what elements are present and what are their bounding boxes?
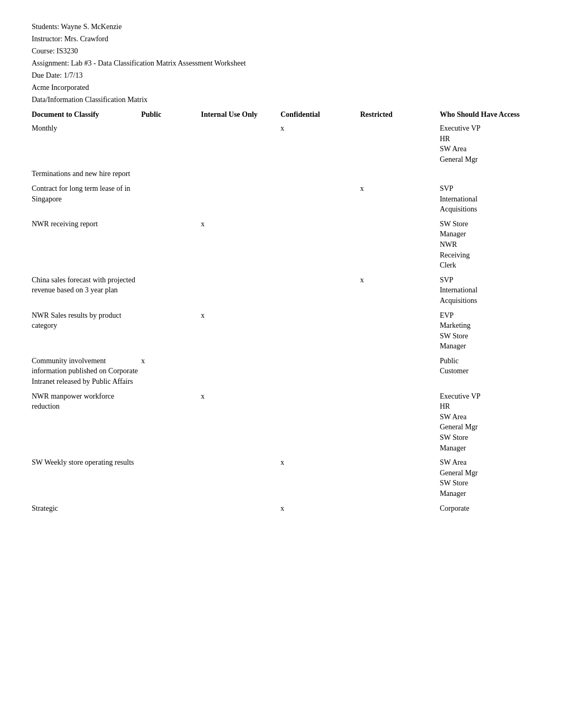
cell-public	[141, 167, 201, 181]
table-row: NWR manpower workforce reductionxExecuti…	[32, 389, 529, 456]
instructor-label: Instructor: Mrs. Crawford	[32, 33, 529, 44]
cell-public	[141, 455, 201, 501]
cell-internal	[201, 273, 280, 308]
cell-doc: SW Weekly store operating results	[32, 455, 141, 501]
classification-matrix: Document to Classify Public Internal Use…	[32, 108, 529, 515]
table-row: Terminations and new hire report	[32, 167, 529, 181]
cell-doc: Community involvement information publis…	[32, 354, 141, 389]
cell-doc: Terminations and new hire report	[32, 167, 141, 181]
cell-internal	[201, 167, 280, 181]
table-row: NWR receiving reportxSW StoreManagerNWRR…	[32, 217, 529, 273]
col-header-restricted: Restricted	[360, 108, 440, 121]
col-header-internal: Internal Use Only	[201, 108, 280, 121]
table-row: Community involvement information publis…	[32, 354, 529, 389]
cell-who: Executive VPHRSW AreaGeneral MgrSW Store…	[440, 389, 529, 456]
cell-internal	[201, 455, 280, 501]
cell-confidential	[280, 167, 360, 181]
table-row: MonthlyxExecutive VPHRSW AreaGeneral Mgr	[32, 121, 529, 167]
cell-doc: Contract for long term lease of in Singa…	[32, 181, 141, 217]
cell-internal	[201, 121, 280, 167]
cell-who: EVPMarketingSW StoreManager	[440, 308, 529, 354]
col-header-confidential: Confidential	[280, 108, 360, 121]
cell-restricted	[360, 455, 440, 501]
cell-public	[141, 217, 201, 273]
cell-public	[141, 273, 201, 308]
table-row: SW Weekly store operating resultsxSW Are…	[32, 455, 529, 501]
cell-confidential	[280, 389, 360, 456]
cell-internal	[201, 181, 280, 217]
cell-public	[141, 181, 201, 217]
cell-restricted	[360, 167, 440, 181]
cell-confidential: x	[280, 455, 360, 501]
cell-internal: x	[201, 389, 280, 456]
assignment-label: Assignment: Lab #3 - Data Classification…	[32, 58, 529, 69]
company-label: Acme Incorporated	[32, 82, 529, 93]
cell-confidential: x	[280, 121, 360, 167]
table-row: China sales forecast with projected reve…	[32, 273, 529, 308]
cell-confidential	[280, 308, 360, 354]
cell-doc: NWR Sales results by product category	[32, 308, 141, 354]
table-row: Contract for long term lease of in Singa…	[32, 181, 529, 217]
cell-who: SVPInternationalAcquisitions	[440, 181, 529, 217]
table-row: NWR Sales results by product categoryxEV…	[32, 308, 529, 354]
cell-doc: Strategic	[32, 501, 141, 516]
table-header-row: Document to Classify Public Internal Use…	[32, 108, 529, 121]
cell-restricted	[360, 354, 440, 389]
cell-restricted	[360, 308, 440, 354]
cell-restricted: x	[360, 273, 440, 308]
cell-public	[141, 501, 201, 516]
col-header-doc: Document to Classify	[32, 108, 141, 121]
students-label: Students: Wayne S. McKenzie	[32, 21, 529, 32]
cell-public	[141, 121, 201, 167]
cell-internal: x	[201, 217, 280, 273]
due-date-label: Due Date: 1/7/13	[32, 70, 529, 81]
cell-confidential: x	[280, 501, 360, 516]
col-header-public: Public	[141, 108, 201, 121]
cell-restricted	[360, 217, 440, 273]
cell-confidential	[280, 273, 360, 308]
cell-public: x	[141, 354, 201, 389]
cell-internal	[201, 354, 280, 389]
cell-restricted	[360, 121, 440, 167]
cell-public	[141, 389, 201, 456]
cell-doc: China sales forecast with projected reve…	[32, 273, 141, 308]
cell-who: Corporate	[440, 501, 529, 516]
cell-who: Executive VPHRSW AreaGeneral Mgr	[440, 121, 529, 167]
col-header-who: Who Should Have Access	[440, 108, 529, 121]
cell-who: SW AreaGeneral MgrSW StoreManager	[440, 455, 529, 501]
cell-who: PublicCustomer	[440, 354, 529, 389]
cell-who: SVPInternationalAcquisitions	[440, 273, 529, 308]
cell-doc: Monthly	[32, 121, 141, 167]
header-info: Students: Wayne S. McKenzie Instructor: …	[32, 21, 529, 105]
course-label: Course: IS3230	[32, 45, 529, 57]
cell-who	[440, 167, 529, 181]
cell-confidential	[280, 354, 360, 389]
cell-restricted	[360, 501, 440, 516]
cell-public	[141, 308, 201, 354]
cell-who: SW StoreManagerNWRReceivingClerk	[440, 217, 529, 273]
cell-restricted: x	[360, 181, 440, 217]
cell-confidential	[280, 217, 360, 273]
matrix-title-label: Data/Information Classification Matrix	[32, 94, 529, 105]
cell-doc: NWR receiving report	[32, 217, 141, 273]
table-row: StrategicxCorporate	[32, 501, 529, 516]
cell-internal: x	[201, 308, 280, 354]
cell-restricted	[360, 389, 440, 456]
cell-doc: NWR manpower workforce reduction	[32, 389, 141, 456]
cell-confidential	[280, 181, 360, 217]
cell-internal	[201, 501, 280, 516]
